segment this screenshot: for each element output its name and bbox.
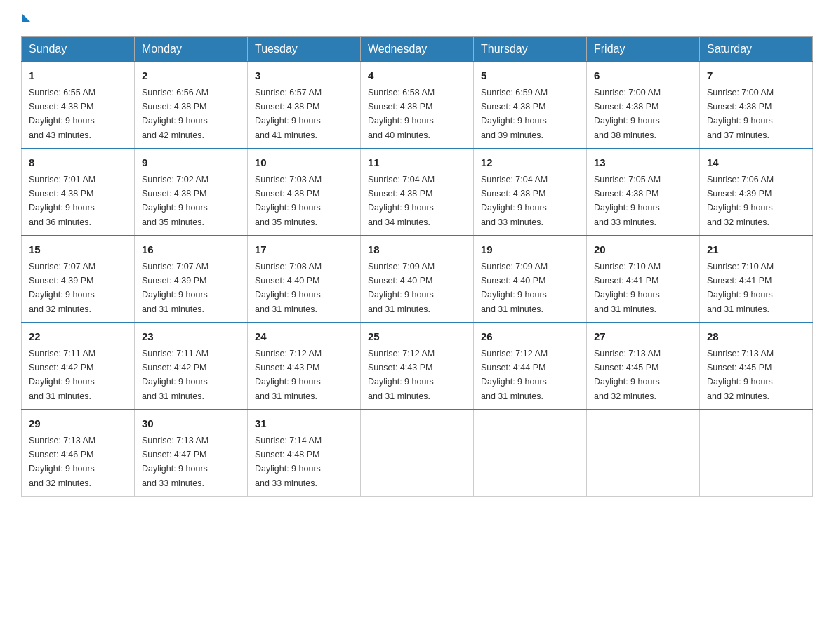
day-number: 26 (481, 329, 579, 345)
day-number: 3 (255, 68, 353, 84)
calendar-cell (700, 410, 813, 497)
day-info: Sunrise: 7:12 AMSunset: 4:43 PMDaylight:… (368, 349, 435, 401)
day-info: Sunrise: 7:13 AMSunset: 4:46 PMDaylight:… (29, 436, 95, 488)
day-number: 1 (29, 68, 127, 84)
day-number: 28 (707, 329, 805, 345)
week-row-1: 1 Sunrise: 6:55 AMSunset: 4:38 PMDayligh… (22, 62, 813, 149)
week-row-2: 8 Sunrise: 7:01 AMSunset: 4:38 PMDayligh… (22, 149, 813, 236)
day-info: Sunrise: 6:58 AMSunset: 4:38 PMDaylight:… (368, 88, 435, 140)
calendar-cell: 24 Sunrise: 7:12 AMSunset: 4:43 PMDaylig… (248, 323, 361, 410)
column-header-thursday: Thursday (474, 37, 587, 62)
calendar-cell: 31 Sunrise: 7:14 AMSunset: 4:48 PMDaylig… (248, 410, 361, 497)
logo-blue-text (21, 14, 31, 24)
calendar-cell: 23 Sunrise: 7:11 AMSunset: 4:42 PMDaylig… (135, 323, 248, 410)
day-number: 13 (594, 155, 692, 171)
calendar-cell: 27 Sunrise: 7:13 AMSunset: 4:45 PMDaylig… (587, 323, 700, 410)
calendar-cell: 5 Sunrise: 6:59 AMSunset: 4:38 PMDayligh… (474, 62, 587, 149)
calendar-cell: 8 Sunrise: 7:01 AMSunset: 4:38 PMDayligh… (22, 149, 135, 236)
logo (21, 14, 31, 24)
column-header-wednesday: Wednesday (361, 37, 474, 62)
week-row-3: 15 Sunrise: 7:07 AMSunset: 4:39 PMDaylig… (22, 236, 813, 323)
day-info: Sunrise: 7:05 AMSunset: 4:38 PMDaylight:… (594, 175, 661, 227)
calendar-cell (361, 410, 474, 497)
calendar-header-row: SundayMondayTuesdayWednesdayThursdayFrid… (22, 37, 813, 62)
day-info: Sunrise: 7:10 AMSunset: 4:41 PMDaylight:… (707, 262, 774, 314)
calendar-cell: 26 Sunrise: 7:12 AMSunset: 4:44 PMDaylig… (474, 323, 587, 410)
column-header-sunday: Sunday (22, 37, 135, 62)
column-header-friday: Friday (587, 37, 700, 62)
day-number: 8 (29, 155, 127, 171)
day-number: 24 (255, 329, 353, 345)
day-number: 5 (481, 68, 579, 84)
day-number: 18 (368, 242, 466, 258)
day-number: 16 (142, 242, 240, 258)
day-number: 11 (368, 155, 466, 171)
day-info: Sunrise: 7:14 AMSunset: 4:48 PMDaylight:… (255, 436, 322, 488)
day-number: 9 (142, 155, 240, 171)
calendar-cell: 1 Sunrise: 6:55 AMSunset: 4:38 PMDayligh… (22, 62, 135, 149)
calendar-cell (474, 410, 587, 497)
day-number: 25 (368, 329, 466, 345)
calendar-cell: 15 Sunrise: 7:07 AMSunset: 4:39 PMDaylig… (22, 236, 135, 323)
calendar-cell: 4 Sunrise: 6:58 AMSunset: 4:38 PMDayligh… (361, 62, 474, 149)
calendar-cell: 16 Sunrise: 7:07 AMSunset: 4:39 PMDaylig… (135, 236, 248, 323)
day-number: 31 (255, 416, 353, 432)
day-number: 7 (707, 68, 805, 84)
calendar-cell: 12 Sunrise: 7:04 AMSunset: 4:38 PMDaylig… (474, 149, 587, 236)
day-info: Sunrise: 7:12 AMSunset: 4:43 PMDaylight:… (255, 349, 322, 401)
day-info: Sunrise: 7:04 AMSunset: 4:38 PMDaylight:… (368, 175, 435, 227)
calendar-cell: 11 Sunrise: 7:04 AMSunset: 4:38 PMDaylig… (361, 149, 474, 236)
day-number: 30 (142, 416, 240, 432)
calendar-cell: 28 Sunrise: 7:13 AMSunset: 4:45 PMDaylig… (700, 323, 813, 410)
calendar-cell: 17 Sunrise: 7:08 AMSunset: 4:40 PMDaylig… (248, 236, 361, 323)
day-number: 6 (594, 68, 692, 84)
day-info: Sunrise: 7:03 AMSunset: 4:38 PMDaylight:… (255, 175, 322, 227)
day-number: 23 (142, 329, 240, 345)
week-row-4: 22 Sunrise: 7:11 AMSunset: 4:42 PMDaylig… (22, 323, 813, 410)
day-number: 19 (481, 242, 579, 258)
calendar-cell: 7 Sunrise: 7:00 AMSunset: 4:38 PMDayligh… (700, 62, 813, 149)
column-header-monday: Monday (135, 37, 248, 62)
day-info: Sunrise: 7:00 AMSunset: 4:38 PMDaylight:… (594, 88, 661, 140)
day-info: Sunrise: 7:11 AMSunset: 4:42 PMDaylight:… (142, 349, 208, 401)
calendar-cell: 18 Sunrise: 7:09 AMSunset: 4:40 PMDaylig… (361, 236, 474, 323)
calendar-cell: 10 Sunrise: 7:03 AMSunset: 4:38 PMDaylig… (248, 149, 361, 236)
calendar-cell: 29 Sunrise: 7:13 AMSunset: 4:46 PMDaylig… (22, 410, 135, 497)
day-info: Sunrise: 7:01 AMSunset: 4:38 PMDaylight:… (29, 175, 95, 227)
day-info: Sunrise: 6:55 AMSunset: 4:38 PMDaylight:… (29, 88, 95, 140)
day-number: 17 (255, 242, 353, 258)
calendar-cell: 21 Sunrise: 7:10 AMSunset: 4:41 PMDaylig… (700, 236, 813, 323)
day-info: Sunrise: 6:56 AMSunset: 4:38 PMDaylight:… (142, 88, 208, 140)
calendar-cell: 30 Sunrise: 7:13 AMSunset: 4:47 PMDaylig… (135, 410, 248, 497)
calendar-cell: 25 Sunrise: 7:12 AMSunset: 4:43 PMDaylig… (361, 323, 474, 410)
day-number: 14 (707, 155, 805, 171)
day-number: 4 (368, 68, 466, 84)
day-number: 10 (255, 155, 353, 171)
day-info: Sunrise: 7:07 AMSunset: 4:39 PMDaylight:… (29, 262, 95, 314)
day-info: Sunrise: 7:12 AMSunset: 4:44 PMDaylight:… (481, 349, 548, 401)
day-number: 20 (594, 242, 692, 258)
day-info: Sunrise: 7:04 AMSunset: 4:38 PMDaylight:… (481, 175, 548, 227)
calendar-cell: 20 Sunrise: 7:10 AMSunset: 4:41 PMDaylig… (587, 236, 700, 323)
day-number: 12 (481, 155, 579, 171)
column-header-tuesday: Tuesday (248, 37, 361, 62)
page-header (21, 14, 813, 24)
day-number: 22 (29, 329, 127, 345)
calendar-table: SundayMondayTuesdayWednesdayThursdayFrid… (21, 36, 813, 497)
week-row-5: 29 Sunrise: 7:13 AMSunset: 4:46 PMDaylig… (22, 410, 813, 497)
calendar-cell: 2 Sunrise: 6:56 AMSunset: 4:38 PMDayligh… (135, 62, 248, 149)
calendar-cell: 13 Sunrise: 7:05 AMSunset: 4:38 PMDaylig… (587, 149, 700, 236)
day-info: Sunrise: 7:00 AMSunset: 4:38 PMDaylight:… (707, 88, 774, 140)
day-info: Sunrise: 7:09 AMSunset: 4:40 PMDaylight:… (368, 262, 435, 314)
day-info: Sunrise: 7:06 AMSunset: 4:39 PMDaylight:… (707, 175, 774, 227)
day-info: Sunrise: 7:13 AMSunset: 4:47 PMDaylight:… (142, 436, 208, 488)
day-info: Sunrise: 6:59 AMSunset: 4:38 PMDaylight:… (481, 88, 548, 140)
day-number: 27 (594, 329, 692, 345)
day-info: Sunrise: 7:02 AMSunset: 4:38 PMDaylight:… (142, 175, 208, 227)
calendar-cell: 22 Sunrise: 7:11 AMSunset: 4:42 PMDaylig… (22, 323, 135, 410)
day-info: Sunrise: 6:57 AMSunset: 4:38 PMDaylight:… (255, 88, 322, 140)
day-info: Sunrise: 7:13 AMSunset: 4:45 PMDaylight:… (594, 349, 661, 401)
calendar-cell: 6 Sunrise: 7:00 AMSunset: 4:38 PMDayligh… (587, 62, 700, 149)
day-info: Sunrise: 7:11 AMSunset: 4:42 PMDaylight:… (29, 349, 95, 401)
calendar-cell (587, 410, 700, 497)
